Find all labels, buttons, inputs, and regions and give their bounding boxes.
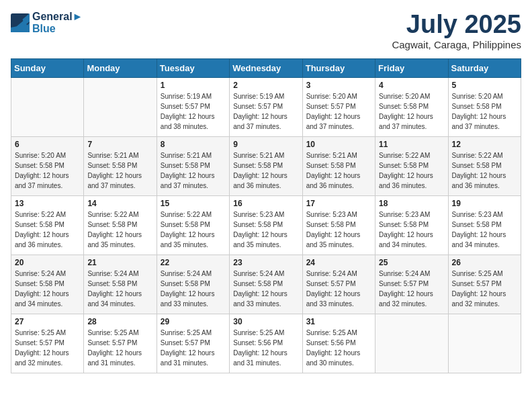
- day-number: 2: [233, 81, 298, 90]
- calendar-day-cell: 22Sunrise: 5:24 AMSunset: 5:58 PMDayligh…: [157, 255, 229, 314]
- day-number: 16: [233, 199, 298, 208]
- calendar-day-cell: 1Sunrise: 5:19 AMSunset: 5:57 PMDaylight…: [157, 77, 229, 136]
- day-number: 10: [306, 140, 371, 149]
- weekday-header-sunday: Sunday: [11, 58, 84, 77]
- calendar-table: SundayMondayTuesdayWednesdayThursdayFrid…: [11, 58, 521, 373]
- day-number: 5: [452, 81, 517, 90]
- calendar-week-row: 1Sunrise: 5:19 AMSunset: 5:57 PMDaylight…: [11, 77, 521, 136]
- page-header: General► Blue July 2025 Cagwait, Caraga,…: [11, 11, 521, 50]
- day-info: Sunrise: 5:19 AMSunset: 5:57 PMDaylight:…: [233, 91, 298, 132]
- logo: General► Blue: [11, 11, 83, 35]
- day-number: 3: [306, 81, 371, 90]
- month-title: July 2025: [392, 11, 521, 39]
- day-info: Sunrise: 5:24 AMSunset: 5:58 PMDaylight:…: [161, 269, 226, 309]
- logo-text: General► Blue: [32, 11, 83, 35]
- weekday-header-monday: Monday: [84, 58, 157, 77]
- calendar-day-cell: 20Sunrise: 5:24 AMSunset: 5:58 PMDayligh…: [11, 255, 84, 314]
- day-number: 30: [233, 317, 298, 326]
- calendar-day-cell: 10Sunrise: 5:21 AMSunset: 5:58 PMDayligh…: [302, 136, 375, 195]
- day-info: Sunrise: 5:21 AMSunset: 5:58 PMDaylight:…: [306, 150, 371, 191]
- day-number: 12: [452, 140, 517, 149]
- day-number: 13: [15, 199, 80, 208]
- day-info: Sunrise: 5:24 AMSunset: 5:57 PMDaylight:…: [379, 269, 444, 309]
- day-info: Sunrise: 5:25 AMSunset: 5:56 PMDaylight:…: [306, 328, 371, 368]
- day-info: Sunrise: 5:21 AMSunset: 5:58 PMDaylight:…: [233, 150, 298, 191]
- day-info: Sunrise: 5:22 AMSunset: 5:58 PMDaylight:…: [379, 150, 444, 191]
- day-number: 6: [15, 140, 80, 149]
- calendar-day-cell: [84, 77, 157, 136]
- day-info: Sunrise: 5:25 AMSunset: 5:57 PMDaylight:…: [87, 328, 152, 368]
- day-number: 25: [379, 258, 444, 267]
- day-number: 20: [15, 258, 80, 267]
- calendar-day-cell: 6Sunrise: 5:20 AMSunset: 5:58 PMDaylight…: [11, 136, 84, 195]
- weekday-header-thursday: Thursday: [302, 58, 375, 77]
- calendar-day-cell: 21Sunrise: 5:24 AMSunset: 5:58 PMDayligh…: [84, 255, 157, 314]
- day-info: Sunrise: 5:22 AMSunset: 5:58 PMDaylight:…: [452, 150, 517, 191]
- calendar-day-cell: 25Sunrise: 5:24 AMSunset: 5:57 PMDayligh…: [375, 255, 448, 314]
- day-number: 1: [161, 81, 226, 90]
- day-number: 17: [306, 199, 371, 208]
- title-area: July 2025 Cagwait, Caraga, Philippines: [392, 11, 521, 50]
- weekday-header-friday: Friday: [375, 58, 448, 77]
- calendar-day-cell: 4Sunrise: 5:20 AMSunset: 5:58 PMDaylight…: [375, 77, 448, 136]
- weekday-header-saturday: Saturday: [448, 58, 521, 77]
- day-info: Sunrise: 5:23 AMSunset: 5:58 PMDaylight:…: [379, 210, 444, 250]
- calendar-day-cell: 31Sunrise: 5:25 AMSunset: 5:56 PMDayligh…: [302, 314, 375, 373]
- day-info: Sunrise: 5:24 AMSunset: 5:58 PMDaylight:…: [233, 269, 298, 309]
- day-number: 19: [452, 199, 517, 208]
- day-number: 18: [379, 199, 444, 208]
- calendar-day-cell: 30Sunrise: 5:25 AMSunset: 5:56 PMDayligh…: [230, 314, 302, 373]
- calendar-day-cell: 11Sunrise: 5:22 AMSunset: 5:58 PMDayligh…: [375, 136, 448, 195]
- day-info: Sunrise: 5:21 AMSunset: 5:58 PMDaylight:…: [161, 150, 226, 191]
- day-info: Sunrise: 5:25 AMSunset: 5:56 PMDaylight:…: [233, 328, 298, 368]
- calendar-day-cell: 26Sunrise: 5:25 AMSunset: 5:57 PMDayligh…: [448, 255, 521, 314]
- calendar-day-cell: 23Sunrise: 5:24 AMSunset: 5:58 PMDayligh…: [230, 255, 302, 314]
- day-number: 28: [87, 317, 152, 326]
- day-info: Sunrise: 5:20 AMSunset: 5:58 PMDaylight:…: [452, 91, 517, 132]
- day-info: Sunrise: 5:24 AMSunset: 5:58 PMDaylight:…: [87, 269, 152, 309]
- calendar-week-row: 13Sunrise: 5:22 AMSunset: 5:58 PMDayligh…: [11, 195, 521, 255]
- day-number: 21: [87, 258, 152, 267]
- calendar-day-cell: 7Sunrise: 5:21 AMSunset: 5:58 PMDaylight…: [84, 136, 157, 195]
- calendar-day-cell: 15Sunrise: 5:22 AMSunset: 5:58 PMDayligh…: [157, 195, 229, 255]
- day-info: Sunrise: 5:23 AMSunset: 5:58 PMDaylight:…: [233, 210, 298, 250]
- day-info: Sunrise: 5:25 AMSunset: 5:57 PMDaylight:…: [15, 328, 80, 368]
- calendar-day-cell: 8Sunrise: 5:21 AMSunset: 5:58 PMDaylight…: [157, 136, 229, 195]
- day-info: Sunrise: 5:19 AMSunset: 5:57 PMDaylight:…: [161, 91, 226, 132]
- calendar-day-cell: [11, 77, 84, 136]
- calendar-day-cell: 12Sunrise: 5:22 AMSunset: 5:58 PMDayligh…: [448, 136, 521, 195]
- day-number: 23: [233, 258, 298, 267]
- day-number: 14: [87, 199, 152, 208]
- day-info: Sunrise: 5:24 AMSunset: 5:58 PMDaylight:…: [15, 269, 80, 309]
- day-info: Sunrise: 5:20 AMSunset: 5:58 PMDaylight:…: [15, 150, 80, 191]
- day-number: 9: [233, 140, 298, 149]
- day-number: 26: [452, 258, 517, 267]
- calendar-week-row: 6Sunrise: 5:20 AMSunset: 5:58 PMDaylight…: [11, 136, 521, 195]
- calendar-day-cell: 2Sunrise: 5:19 AMSunset: 5:57 PMDaylight…: [230, 77, 302, 136]
- day-info: Sunrise: 5:25 AMSunset: 5:57 PMDaylight:…: [161, 328, 226, 368]
- calendar-day-cell: 16Sunrise: 5:23 AMSunset: 5:58 PMDayligh…: [230, 195, 302, 255]
- calendar-day-cell: 27Sunrise: 5:25 AMSunset: 5:57 PMDayligh…: [11, 314, 84, 373]
- calendar-week-row: 27Sunrise: 5:25 AMSunset: 5:57 PMDayligh…: [11, 314, 521, 373]
- weekday-header-tuesday: Tuesday: [157, 58, 229, 77]
- day-info: Sunrise: 5:24 AMSunset: 5:57 PMDaylight:…: [306, 269, 371, 309]
- calendar-day-cell: 24Sunrise: 5:24 AMSunset: 5:57 PMDayligh…: [302, 255, 375, 314]
- day-info: Sunrise: 5:22 AMSunset: 5:58 PMDaylight:…: [87, 210, 152, 250]
- calendar-day-cell: [375, 314, 448, 373]
- calendar-day-cell: 14Sunrise: 5:22 AMSunset: 5:58 PMDayligh…: [84, 195, 157, 255]
- day-info: Sunrise: 5:22 AMSunset: 5:58 PMDaylight:…: [15, 210, 80, 250]
- day-info: Sunrise: 5:23 AMSunset: 5:58 PMDaylight:…: [452, 210, 517, 250]
- calendar-day-cell: 29Sunrise: 5:25 AMSunset: 5:57 PMDayligh…: [157, 314, 229, 373]
- calendar-day-cell: 28Sunrise: 5:25 AMSunset: 5:57 PMDayligh…: [84, 314, 157, 373]
- day-number: 24: [306, 258, 371, 267]
- calendar-day-cell: 13Sunrise: 5:22 AMSunset: 5:58 PMDayligh…: [11, 195, 84, 255]
- day-number: 15: [161, 199, 226, 208]
- day-number: 31: [306, 317, 371, 326]
- calendar-day-cell: 3Sunrise: 5:20 AMSunset: 5:57 PMDaylight…: [302, 77, 375, 136]
- calendar-day-cell: 9Sunrise: 5:21 AMSunset: 5:58 PMDaylight…: [230, 136, 302, 195]
- day-number: 11: [379, 140, 444, 149]
- day-number: 22: [161, 258, 226, 267]
- day-info: Sunrise: 5:21 AMSunset: 5:58 PMDaylight:…: [87, 150, 152, 191]
- calendar-day-cell: 17Sunrise: 5:23 AMSunset: 5:58 PMDayligh…: [302, 195, 375, 255]
- day-info: Sunrise: 5:25 AMSunset: 5:57 PMDaylight:…: [452, 269, 517, 309]
